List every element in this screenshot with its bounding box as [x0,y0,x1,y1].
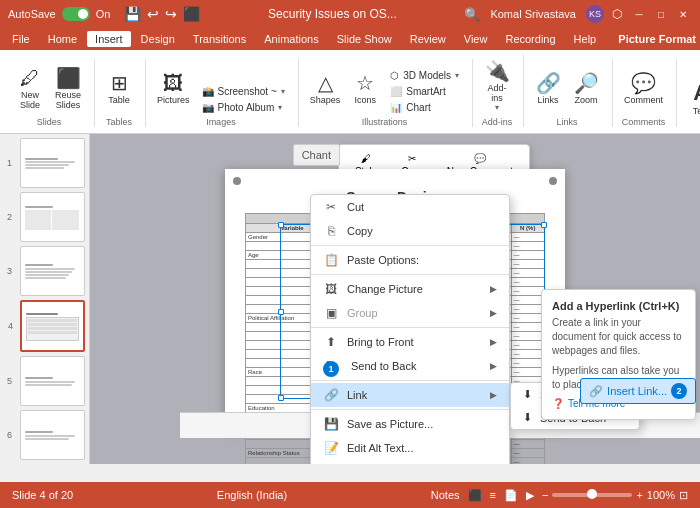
zoom-slider[interactable] [552,493,632,497]
smartart-icon: ⬜ [390,86,402,97]
ctx-bring-front[interactable]: ⬆ Bring to Front ▶ [311,330,509,354]
ribbon-group-addins: 🔌 Add-ins ▾ Add-ins [475,54,524,127]
view-slideshow-icon[interactable]: ▶ [526,489,534,502]
ribbon-group-text: A Text [679,59,700,127]
save-icon[interactable]: 💾 [124,6,141,22]
text-btn[interactable]: A Text [683,73,700,125]
icons-btn[interactable]: ☆ Icons [347,63,383,115]
notes-btn[interactable]: Notes [431,489,460,501]
minimize-btn[interactable]: ─ [630,5,648,23]
screenshot-btn[interactable]: 📸 Screenshot ~ ▾ [197,84,290,99]
reuse-slides-btn[interactable]: ⬛ ReuseSlides [50,63,86,115]
view-outline-icon[interactable]: ≡ [490,489,496,501]
menu-design[interactable]: Design [133,31,183,47]
slide-thumb-3[interactable]: 3 [20,246,85,296]
ctx-size-position[interactable]: 📐 Size and Position... [311,460,509,464]
menu-help[interactable]: Help [566,31,605,47]
menu-file[interactable]: File [4,31,38,47]
ctx-copy[interactable]: ⎘ Copy [311,219,509,243]
zoom-icon: 🔎 [574,73,599,93]
zoom-plus[interactable]: + [636,489,642,501]
smartart-btn[interactable]: ⬜ SmartArt [385,84,464,99]
ribbon-group-links: 🔗 Links 🔎 Zoom Links [526,59,613,127]
redo-btn[interactable]: ↪ [165,6,177,22]
picture-format-tab-label[interactable]: Picture Format [618,33,696,45]
close-btn[interactable]: ✕ [674,5,692,23]
menu-recording[interactable]: Recording [497,31,563,47]
slide-num-5: 5 [7,376,12,386]
slide-thumb-4[interactable]: 4 [20,300,85,352]
zoom-level: 100% [647,489,675,501]
ctx-link[interactable]: 🔗 Link ▶ [311,383,509,407]
menu-review[interactable]: Review [402,31,454,47]
ctx-change-picture[interactable]: 🖼 Change Picture ▶ [311,277,509,301]
ctx-change-picture-label: Change Picture [347,283,423,295]
slide-thumb-2[interactable]: 2 [20,192,85,242]
chart-btn[interactable]: 📊 Chart [385,100,464,115]
menu-view[interactable]: View [456,31,496,47]
zoom-btn[interactable]: 🔎 Zoom [568,63,604,115]
ribbon-group-comments: 💬 Comment Comments [615,59,677,127]
share-btn[interactable]: ⬡ [608,5,626,23]
separator-4 [311,380,509,381]
search-icon[interactable]: 🔍 [464,7,480,22]
avatar: KS [586,5,604,23]
cut-icon: ✂ [323,200,339,214]
text-icon: A [693,82,700,104]
comments-group-content: 💬 Comment [619,59,668,115]
ribbon-group-tables: ⊞ Table Tables [97,59,146,127]
ctx-bring-front-label: Bring to Front [347,336,414,348]
pin-tr [549,177,557,185]
present-btn[interactable]: ⬛ [183,6,200,22]
ctx-cut[interactable]: ✂ Cut [311,195,509,219]
ctx-send-back[interactable]: ⬇ 1 Send to Back ▶ [311,354,509,378]
photo-album-btn[interactable]: 📷 Photo Album ▾ [197,100,290,115]
new-slide-btn[interactable]: 🖊 NewSlide [12,63,48,115]
pictures-btn[interactable]: 🖼 Pictures [152,63,195,115]
insert-link-badge: 2 [671,383,687,399]
menu-home[interactable]: Home [40,31,85,47]
menu-transitions[interactable]: Transitions [185,31,254,47]
separator-2 [311,274,509,275]
view-reading-icon[interactable]: 📄 [504,489,518,502]
tables-group-content: ⊞ Table [101,59,137,115]
ribbon-group-slides: 🖊 NewSlide ⬛ ReuseSlides Slides [8,59,95,127]
slide-num-4: 4 [8,321,13,331]
screenshot-label: Screenshot ~ [218,86,277,97]
photo-album-icon: 📷 [202,102,214,113]
view-normal-icon[interactable]: ⬛ [468,489,482,502]
slide-thumb-5[interactable]: 5 [20,356,85,406]
slide-thumb-1[interactable]: 1 [20,138,85,188]
ribbon: 🖊 NewSlide ⬛ ReuseSlides Slides ⊞ Table … [0,50,700,134]
menu-slideshow[interactable]: Slide Show [329,31,400,47]
comment-btn[interactable]: 💬 Comment [619,63,668,115]
links-btn[interactable]: 🔗 Links [530,63,566,115]
ctx-link-label: Link [347,389,367,401]
insert-link-button[interactable]: 🔗 Insert Link... 2 [580,378,696,404]
zoom-minus[interactable]: − [542,489,548,501]
user-name: Komal Srivastava [490,8,576,20]
fit-slide-btn[interactable]: ⊡ [679,489,688,502]
ctx-save-picture-label: Save as Picture... [347,418,433,430]
comment-icon: 💬 [631,73,656,93]
addins-btn[interactable]: 🔌 Add-ins ▾ [479,58,515,115]
slide-info: Slide 4 of 20 [12,489,73,501]
autosave-toggle[interactable] [62,7,90,21]
menu-insert[interactable]: Insert [87,31,131,47]
menu-animations[interactable]: Animations [256,31,326,47]
ctx-paste[interactable]: 📋 Paste Options: [311,248,509,272]
3d-models-btn[interactable]: ⬡ 3D Models ▾ [385,68,464,83]
ctx-group[interactable]: ▣ Group ▶ [311,301,509,325]
links-group-label: Links [557,117,578,127]
shapes-btn[interactable]: △ Shapes [305,63,346,115]
status-right: Notes ⬛ ≡ 📄 ▶ − + 100% ⊡ [431,489,688,502]
ctx-save-picture[interactable]: 💾 Save as Picture... [311,412,509,436]
undo-btn[interactable]: ↩ [147,6,159,22]
slide-thumb-6[interactable]: 6 [20,410,85,460]
maximize-btn[interactable]: □ [652,5,670,23]
pin-tl [233,177,241,185]
table-btn[interactable]: ⊞ Table [101,63,137,115]
photo-album-label: Photo Album [218,102,275,113]
slides-group-label: Slides [37,117,62,127]
ctx-edit-alt[interactable]: 📝 Edit Alt Text... [311,436,509,460]
